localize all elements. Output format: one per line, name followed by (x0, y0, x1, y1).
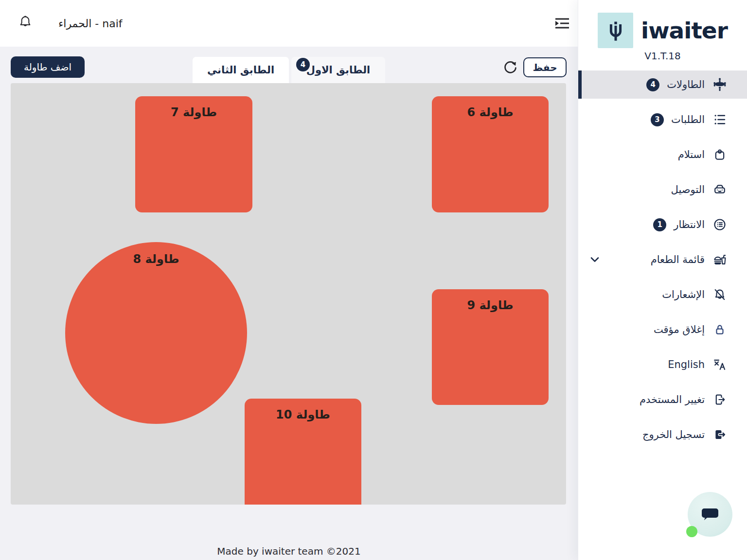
lock-icon (712, 322, 728, 337)
sidebar-item-label: English (668, 359, 705, 370)
table-label: طاولة 9 (467, 298, 513, 312)
notifications-off-icon (712, 287, 728, 302)
tab-first-floor[interactable]: 4 الطابق الاول (291, 57, 385, 83)
sidebar-item-delivery[interactable]: التوصيل (578, 175, 747, 204)
logout-icon (712, 427, 728, 442)
sidebar-item-tables[interactable]: الطاولات 4 (578, 70, 747, 99)
table-8[interactable]: طاولة 8 (65, 242, 247, 424)
tab-label: الطابق الاول (306, 64, 371, 76)
table-label: طاولة 10 (276, 408, 330, 421)
brand-logo: iwaiter (578, 0, 747, 48)
table-10[interactable]: طاولة 10 (245, 399, 361, 505)
sidebar-item-label: التوصيل (671, 184, 705, 195)
sidebar-item-label: استلام (678, 149, 705, 160)
sidebar-item-label: الطاولات (667, 79, 705, 90)
table-9[interactable]: طاولة 9 (432, 289, 549, 405)
app-window: الحمراء - naif اضف طاولة الطابق الثاني 4 (0, 0, 747, 560)
chat-widget-button[interactable] (688, 492, 732, 537)
translate-icon (712, 357, 728, 372)
tab-second-floor[interactable]: الطابق الثاني (193, 57, 289, 83)
collapse-menu-icon[interactable] (553, 15, 571, 32)
table-label: طاولة 6 (467, 105, 513, 119)
switch-user-icon (712, 392, 728, 407)
sidebar-item-label: قائمة الطعام (651, 254, 705, 265)
sidebar-item-waiting[interactable]: الانتظار 1 (578, 210, 747, 239)
food-menu-icon (712, 252, 728, 267)
floor-plan-canvas[interactable]: طاولة 7 طاولة 6 طاولة 8 طاولة 9 طاولة 10 (11, 83, 566, 505)
table-label: طاولة 7 (171, 105, 217, 119)
bell-icon[interactable] (17, 13, 34, 32)
count-badge: 4 (646, 78, 659, 91)
sidebar-item-food-menu[interactable]: قائمة الطعام (578, 245, 747, 274)
sidebar-item-label: الطلبات (671, 114, 705, 125)
chevron-down-icon (590, 256, 600, 263)
floor-tabs: الطابق الثاني 4 الطابق الاول (193, 57, 385, 83)
sidebar-item-language[interactable]: English (578, 350, 747, 379)
save-button[interactable]: حفظ (523, 57, 567, 77)
count-badge: 3 (651, 113, 664, 126)
sidebar-item-switch-user[interactable]: تغيير المستخدم (578, 385, 747, 414)
sidebar-item-temporary-close[interactable]: إغلاق مؤقت (578, 315, 747, 344)
sidebar-menu: الطاولات 4 الطلبات 3 (578, 70, 747, 449)
sidebar-item-label: الإشعارات (662, 289, 705, 300)
footer-credit: Made by iwaiter team ©2021 (0, 545, 578, 557)
brand-name: iwaiter (641, 17, 728, 44)
sidebar-item-label: إغلاق مؤقت (654, 324, 705, 335)
sidebar-item-orders[interactable]: الطلبات 3 (578, 105, 747, 134)
main-area: الحمراء - naif اضف طاولة الطابق الثاني 4 (0, 0, 578, 560)
topbar: الحمراء - naif (0, 0, 578, 47)
tables-icon (712, 77, 728, 92)
chat-bubble-icon (700, 506, 720, 523)
pickup-bag-icon (712, 147, 728, 162)
sidebar-item-logout[interactable]: تسجيل الخروج (578, 420, 747, 449)
add-table-button[interactable]: اضف طاولة (11, 56, 85, 78)
tab-label: الطابق الثاني (207, 64, 274, 76)
iwaiter-logo-icon (598, 13, 633, 48)
table-6[interactable]: طاولة 6 (432, 96, 549, 212)
sidebar-item-notifications[interactable]: الإشعارات (578, 280, 747, 309)
branch-user-title: الحمراء - naif (58, 0, 123, 47)
content-area: اضف طاولة الطابق الثاني 4 الطابق الاول ح… (0, 47, 578, 560)
sidebar-item-label: الانتظار (674, 219, 705, 230)
sidebar-item-label: تغيير المستخدم (640, 394, 705, 405)
refresh-icon[interactable] (502, 59, 518, 75)
table-label: طاولة 8 (133, 252, 179, 266)
sidebar: iwaiter V1.T.18 الطاولات 4 (578, 0, 747, 560)
online-status-dot (686, 526, 697, 537)
orders-list-icon (712, 112, 728, 127)
delivery-car-icon (712, 182, 728, 197)
waiting-list-icon (712, 217, 728, 232)
sidebar-item-pickup[interactable]: استلام (578, 140, 747, 169)
table-7[interactable]: طاولة 7 (135, 96, 252, 212)
tab-count-badge: 4 (296, 58, 310, 71)
sidebar-item-label: تسجيل الخروج (642, 429, 705, 440)
count-badge: 1 (653, 218, 666, 231)
app-version: V1.T.18 (578, 50, 747, 62)
